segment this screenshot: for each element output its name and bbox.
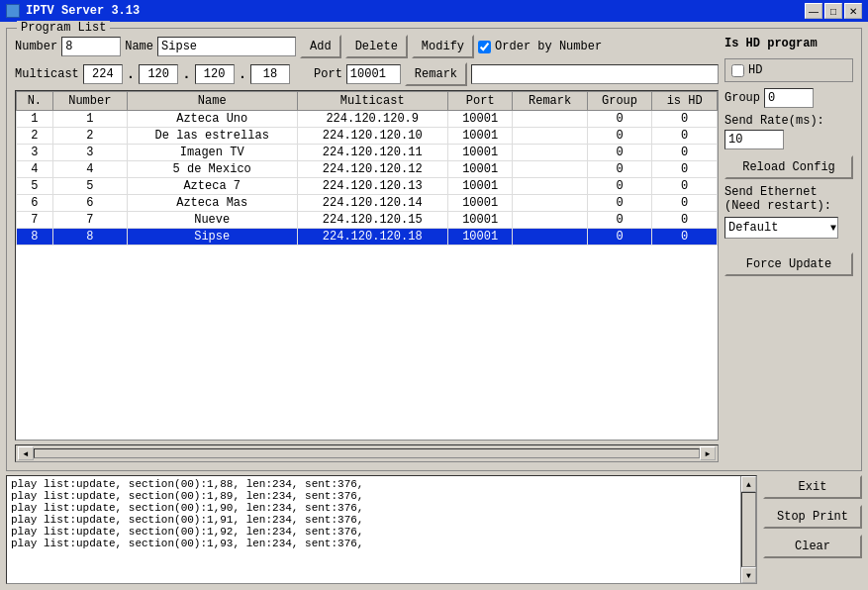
cell-name: 5 de Mexico (127, 161, 297, 178)
cell-number: 8 (52, 229, 127, 246)
log-scrollbar[interactable]: ▲ ▼ (740, 476, 756, 583)
cell-remark (513, 178, 587, 195)
maximize-button[interactable]: □ (824, 3, 842, 19)
log-lines-container: play list:update, section(00):1,88, len:… (11, 478, 752, 549)
table-row[interactable]: 88Sipse224.120.120.181000100 (17, 229, 718, 246)
cell-multicast: 224.120.120.9 (297, 111, 447, 128)
log-line: play list:update, section(00):1,92, len:… (11, 526, 752, 538)
table-row[interactable]: 66Azteca Mas224.120.120.141000100 (17, 195, 718, 212)
cell-remark (513, 145, 587, 161)
cell-number: 7 (52, 212, 127, 229)
reload-config-button[interactable]: Reload Config (724, 155, 853, 179)
cell-number: 6 (52, 195, 127, 212)
cell-isHD: 0 (652, 145, 718, 161)
top-controls-row2: Multicast . . . Port Remark (15, 62, 719, 86)
multicast-1[interactable] (83, 64, 123, 84)
cell-isHD: 0 (652, 229, 718, 246)
cell-group: 0 (587, 161, 652, 178)
log-scroll-down[interactable]: ▼ (741, 567, 756, 583)
cell-name: Azteca Mas (127, 195, 297, 212)
log-scroll-track[interactable] (741, 492, 756, 567)
cell-multicast: 224.120.120.12 (297, 161, 447, 178)
dot-3: . (239, 66, 246, 82)
group-input[interactable] (764, 88, 814, 108)
scroll-track[interactable] (34, 448, 700, 458)
cell-isHD: 0 (652, 178, 718, 195)
port-label: Port (314, 67, 342, 81)
remark-input[interactable] (471, 64, 719, 84)
cell-group: 0 (587, 178, 652, 195)
col-group: Group (587, 92, 652, 111)
col-remark: Remark (513, 92, 587, 111)
log-line: play list:update, section(00):1,88, len:… (11, 478, 752, 490)
table-row[interactable]: 22De las estrellas224.120.120.101000100 (17, 128, 718, 145)
name-input[interactable] (157, 37, 296, 56)
group-legend-label: Program List (17, 21, 110, 35)
app-icon (6, 4, 20, 18)
program-list-group: Program List Number Name Add Delete Modi… (6, 28, 862, 471)
col-name: Name (127, 92, 297, 111)
need-restart-label: (Need restart): (724, 199, 831, 213)
table-row[interactable]: 33Imagen TV224.120.120.111000100 (17, 145, 718, 161)
cell-number: 5 (52, 178, 127, 195)
cell-name: Sipse (127, 229, 297, 246)
ethernet-dropdown[interactable]: Default (724, 217, 838, 239)
send-rate-input[interactable] (724, 130, 784, 149)
close-button[interactable]: ✕ (844, 3, 862, 19)
scroll-left-arrow[interactable]: ◄ (18, 446, 34, 460)
cell-n: 6 (17, 195, 53, 212)
table-row[interactable]: 77Nueve224.120.120.151000100 (17, 212, 718, 229)
table-row[interactable]: 445 de Mexico224.120.120.121000100 (17, 161, 718, 178)
cell-group: 0 (587, 145, 652, 161)
clear-button[interactable]: Clear (763, 535, 862, 558)
cell-name: Imagen TV (127, 145, 297, 161)
dot-1: . (127, 66, 135, 82)
group-field-label: Group (724, 91, 760, 105)
cell-remark (513, 161, 587, 178)
horizontal-scrollbar[interactable]: ◄ ► (15, 444, 719, 462)
cell-isHD: 0 (652, 161, 718, 178)
remark-button[interactable]: Remark (405, 62, 467, 86)
cell-n: 1 (17, 111, 53, 128)
cell-remark (513, 212, 587, 229)
cell-port: 10001 (447, 111, 513, 128)
modify-button[interactable]: Modify (412, 35, 474, 58)
table-row[interactable]: 55Azteca 7224.120.120.131000100 (17, 178, 718, 195)
cell-port: 10001 (447, 128, 513, 145)
program-table: N. Number Name Multicast Port Remark Gro… (16, 91, 718, 246)
col-number: Number (52, 92, 127, 111)
stop-print-button[interactable]: Stop Print (763, 505, 862, 529)
cell-name: Azteca 7 (127, 178, 297, 195)
cell-multicast: 224.120.120.15 (297, 212, 447, 229)
cell-isHD: 0 (652, 128, 718, 145)
table-row[interactable]: 11Azteca Uno224.120.120.91000100 (17, 111, 718, 128)
cell-n: 7 (17, 212, 53, 229)
cell-n: 3 (17, 145, 53, 161)
log-line: play list:update, section(00):1,91, len:… (11, 514, 752, 526)
multicast-3[interactable] (195, 64, 235, 84)
number-input[interactable] (61, 37, 121, 56)
cell-remark (513, 229, 587, 246)
multicast-4[interactable] (250, 64, 290, 84)
program-table-container[interactable]: N. Number Name Multicast Port Remark Gro… (15, 90, 719, 441)
cell-multicast: 224.120.120.18 (297, 229, 447, 246)
force-update-button[interactable]: Force Update (724, 252, 853, 276)
cell-n: 2 (17, 128, 53, 145)
number-label: Number (15, 40, 57, 53)
hd-checkbox-row: HD (731, 63, 846, 77)
cell-name: Azteca Uno (127, 111, 297, 128)
cell-number: 2 (52, 128, 127, 145)
order-by-number-checkbox[interactable] (478, 41, 491, 53)
left-panel: Number Name Add Delete Modify Order by N… (15, 35, 719, 462)
minimize-button[interactable]: — (805, 3, 822, 19)
multicast-2[interactable] (139, 64, 178, 84)
port-input[interactable] (346, 64, 401, 84)
add-button[interactable]: Add (300, 35, 341, 58)
delete-button[interactable]: Delete (345, 35, 408, 58)
hd-checkbox[interactable] (731, 64, 744, 77)
group-field-row: Group (724, 88, 853, 108)
log-scroll-up[interactable]: ▲ (741, 476, 756, 492)
log-line: play list:update, section(00):1,89, len:… (11, 490, 752, 502)
exit-button[interactable]: Exit (763, 475, 862, 499)
scroll-right-arrow[interactable]: ► (700, 446, 716, 460)
